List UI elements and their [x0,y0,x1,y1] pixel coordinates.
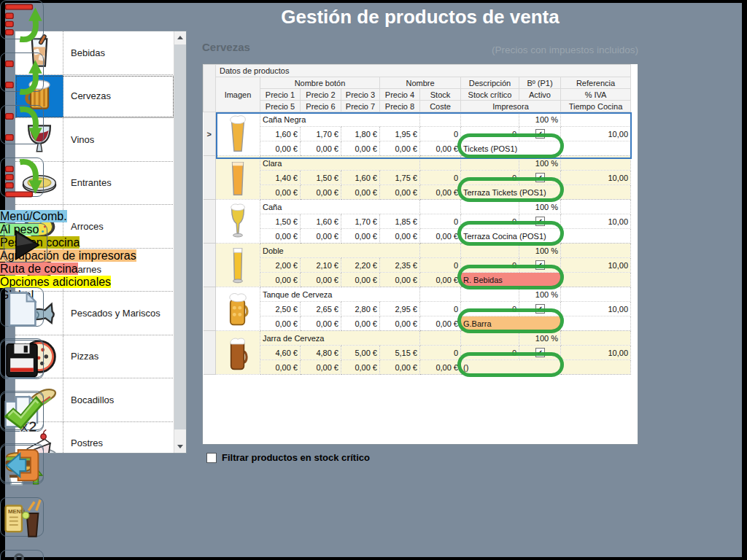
cell-coste[interactable]: 0,00 € [420,141,461,156]
cell-stock[interactable]: 0 [420,346,461,360]
row-selector[interactable] [204,156,216,200]
activo-checkbox[interactable]: ✔ [535,173,545,182]
beer-straight-icon[interactable] [216,156,260,200]
cell-nombre-boton[interactable]: Jarra de Cerveza [260,331,420,346]
cell-tiempo-cocina[interactable] [561,273,631,287]
cell-tiempo-cocina[interactable] [561,229,631,244]
cell-precio7[interactable]: 0,00 € [341,273,380,287]
cell-stock[interactable]: 0 [420,127,461,141]
cell-stock-critico[interactable]: 0 [461,171,519,185]
cell-precio2[interactable]: 1,70 € [301,127,341,141]
cell-precio8[interactable]: 0,00 € [380,185,420,200]
cell-stock[interactable]: 0 [420,171,461,185]
cell-precio7[interactable]: 0,00 € [341,141,380,156]
cell-precio6[interactable]: 0,00 € [301,273,341,287]
sidebar-scrollbar[interactable] [174,31,186,453]
cell-precio1[interactable]: 1,40 € [260,171,301,185]
cell-iva[interactable]: 10,00 [561,214,631,229]
cell-iva[interactable]: 10,00 [561,127,631,141]
cell-precio1[interactable]: 1,60 € [260,127,301,141]
cell-precio4[interactable]: 2,95 € [380,302,420,316]
cell-stock[interactable]: 0 [420,258,461,273]
cell-bo-p1[interactable]: 100 % [519,287,561,302]
cell-bo-p1[interactable]: 100 % [519,244,561,258]
activo-checkbox[interactable]: ✔ [535,348,545,357]
row-selector[interactable] [204,331,216,375]
activo-checkbox[interactable]: ✔ [535,304,545,314]
beer-tall-icon[interactable] [216,112,260,156]
cell-precio6[interactable]: 0,00 € [301,185,341,200]
row-selector[interactable] [204,200,216,244]
cell-precio4[interactable]: 1,95 € [380,127,420,141]
cell-precio5[interactable]: 0,00 € [260,273,301,287]
cell-precio6[interactable]: 0,00 € [301,360,341,375]
filter-checkbox[interactable] [206,453,217,463]
cell-precio8[interactable]: 0,00 € [380,316,420,331]
cell-impresora[interactable]: R. Bebidas [461,273,561,287]
cell-precio5[interactable]: 0,00 € [260,316,301,331]
mostrar-botones-button[interactable] [4,223,47,262]
cell-nombre-boton[interactable]: Caña Negra [260,112,420,127]
cell-stock[interactable]: 0 [420,302,461,316]
cell-precio3[interactable]: 1,80 € [341,127,380,141]
cell-nombre-boton[interactable]: Doble [260,244,420,258]
activo-checkbox[interactable]: ✔ [535,260,545,270]
beer-jug-icon[interactable] [216,331,260,375]
cell-referencia[interactable] [561,287,631,302]
cell-precio1[interactable]: 1,50 € [260,214,301,229]
cell-precio3[interactable]: 1,70 € [341,214,380,229]
cell-precio6[interactable]: 0,00 € [301,141,341,156]
cell-referencia[interactable] [561,200,631,214]
cell-precio2[interactable]: 1,60 € [301,214,341,229]
cell-coste[interactable]: 0,00 € [420,229,461,244]
cell-referencia[interactable] [561,331,631,346]
cell-iva[interactable]: 10,00 [561,258,631,273]
beer-mug2-icon[interactable] [216,287,260,331]
cell-precio8[interactable]: 0,00 € [380,360,420,375]
mover-al-final-button[interactable] [0,158,44,197]
cell-impresora[interactable]: () [461,360,561,375]
cell-stock[interactable]: 0 [420,214,461,229]
beer-pilsner-icon[interactable] [216,244,260,287]
cell-precio7[interactable]: 0,00 € [341,316,380,331]
cell-bo-p1[interactable]: 100 % [519,200,561,214]
row-selector[interactable] [204,287,216,331]
cell-nombre-boton[interactable]: Caña [260,200,420,214]
cell-impresora[interactable]: Tickets (POS1) [461,141,561,156]
cell-stock-critico[interactable]: 0 [461,258,519,273]
cell-precio1[interactable]: 2,50 € [260,302,301,316]
cell-tiempo-cocina[interactable] [561,185,631,200]
cell-precio2[interactable]: 4,80 € [301,346,341,360]
cell-precio4[interactable]: 5,15 € [380,346,420,360]
cell-tiempo-cocina[interactable] [561,316,631,331]
cell-bo-p1[interactable]: 100 % [519,156,561,171]
cell-precio2[interactable]: 1,50 € [301,171,341,185]
cell-coste[interactable]: 0,00 € [420,316,461,331]
cell-iva[interactable]: 10,00 [561,346,631,360]
cell-bo-p1[interactable]: 100 % [519,331,561,346]
cell-precio3[interactable]: 2,20 € [341,258,380,273]
scroll-down-icon[interactable] [174,440,186,453]
cell-stock-critico[interactable]: 0 [461,214,519,229]
producto-al-peso-button[interactable]: kg [0,550,44,560]
cell-stock-critico[interactable]: 0 [461,302,519,316]
cell-stock-critico[interactable]: 0 [461,127,519,141]
cell-precio8[interactable]: 0,00 € [380,141,420,156]
aceptar-button[interactable] [0,391,44,430]
cell-nombre-boton[interactable]: Tanque de Cerveza [260,287,420,302]
scrollbar-thumb[interactable] [174,44,186,429]
cerrar-button[interactable] [0,443,44,483]
cell-precio5[interactable]: 0,00 € [260,360,301,375]
guardar-button[interactable] [0,338,44,378]
cell-precio8[interactable]: 0,00 € [380,229,420,244]
row-selector[interactable] [204,244,216,287]
cell-precio3[interactable]: 1,60 € [341,171,380,185]
cell-iva[interactable]: 10,00 [561,171,631,185]
nuevo-producto-button[interactable] [0,287,44,327]
cell-precio4[interactable]: 2,35 € [380,258,420,273]
cell-precio6[interactable]: 0,00 € [301,316,341,331]
cell-precio4[interactable]: 1,85 € [380,214,420,229]
cell-precio3[interactable]: 2,80 € [341,302,380,316]
cell-precio2[interactable]: 2,65 € [301,302,341,316]
cell-iva[interactable]: 10,00 [561,302,631,316]
